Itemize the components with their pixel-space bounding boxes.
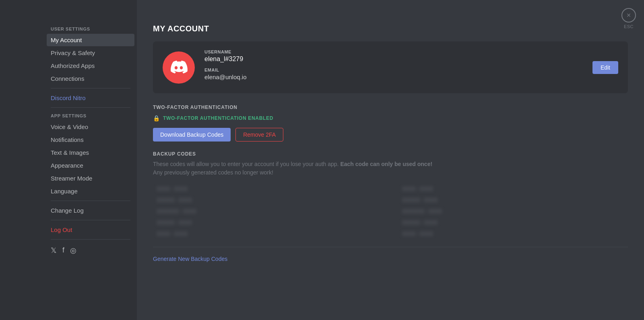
sidebar-item-text-images[interactable]: Text & Images (47, 146, 134, 159)
backup-code: xxxx-xxx (402, 196, 624, 203)
backup-code: xxxxx-xxx (402, 207, 624, 215)
backup-code: xxx-xxx (402, 230, 624, 237)
backup-code: xxxx-xxx (402, 219, 624, 226)
backup-code: xxxxx-xxx (157, 207, 378, 215)
backup-desc-bold: Each code can only be used once! (340, 161, 432, 167)
account-card: Username elena_l#3279 Email elena@unloq.… (153, 41, 628, 93)
sidebar-item-discord-nitro[interactable]: Discord Nitro (47, 92, 134, 104)
twitter-icon[interactable]: 𝕏 (51, 246, 57, 255)
download-backup-codes-button[interactable]: Download Backup Codes (153, 128, 231, 142)
backup-code: xxxx-xxx (157, 196, 378, 203)
generate-new-codes-link[interactable]: Generate New Backup Codes (153, 256, 227, 262)
edit-button[interactable]: Edit (592, 61, 618, 74)
email-value: elena@unloq.io (204, 74, 592, 80)
social-links: 𝕏 f ◎ (47, 243, 134, 258)
avatar (163, 51, 195, 84)
sidebar-item-language[interactable]: Language (47, 185, 134, 197)
divider-3 (51, 201, 130, 201)
sidebar-item-change-log[interactable]: Change Log (47, 204, 134, 217)
sidebar-item-connections[interactable]: Connections (47, 72, 134, 85)
close-label: ESC (624, 24, 634, 29)
divider-4 (51, 220, 130, 220)
sidebar-item-privacy-safety[interactable]: Privacy & Safety (47, 47, 134, 59)
backup-divider (153, 247, 628, 247)
tfa-section-title: Two-Factor Authentication (153, 105, 628, 110)
backup-desc-text: These codes will allow you to enter your… (153, 161, 339, 167)
backup-code: xxxx-xxx (157, 219, 378, 226)
sidebar: User Settings My Account Privacy & Safet… (0, 0, 137, 320)
username-label: Username (204, 49, 592, 54)
sidebar-item-appearance[interactable]: Appearance (47, 159, 134, 172)
user-settings-label: User Settings (47, 24, 134, 33)
close-button-wrap: × ESC (621, 8, 636, 29)
main-content: My Account Username elena_l#3279 Email e… (137, 0, 644, 320)
divider-5 (51, 239, 130, 240)
backup-code: xxx-xxx (157, 230, 378, 237)
backup-code: xxx-xxx (157, 185, 378, 192)
tfa-enabled-row: 🔒 Two-Factor Authentication Enabled (153, 115, 628, 121)
close-icon: × (627, 11, 631, 20)
backup-codes-section-title: Backup Codes (153, 151, 628, 157)
remove-2fa-button[interactable]: Remove 2FA (235, 128, 283, 142)
sidebar-item-voice-video[interactable]: Voice & Video (47, 121, 134, 133)
close-button[interactable]: × (621, 8, 636, 23)
backup-desc-end: Any previously generated codes no longer… (153, 169, 273, 176)
instagram-icon[interactable]: ◎ (70, 246, 76, 255)
facebook-icon[interactable]: f (62, 246, 64, 255)
settings-overlay: User Settings My Account Privacy & Safet… (0, 0, 644, 320)
username-value: elena_l#3279 (204, 55, 592, 63)
app-settings-label: App Settings (47, 111, 134, 120)
tfa-buttons: Download Backup Codes Remove 2FA (153, 128, 628, 142)
backup-code: xxx-xxx (402, 185, 624, 192)
sidebar-item-notifications[interactable]: Notifications (47, 133, 134, 146)
account-info: Username elena_l#3279 Email elena@unloq.… (204, 49, 592, 85)
discord-logo-icon (169, 57, 189, 78)
sidebar-item-authorized-apps[interactable]: Authorized Apps (47, 59, 134, 72)
sidebar-item-log-out[interactable]: Log Out (47, 224, 134, 236)
backup-codes-grid: xxx-xxxxxx-xxxxxxx-xxxxxxx-xxxxxxxx-xxxx… (153, 185, 628, 237)
sidebar-item-streamer-mode[interactable]: Streamer Mode (47, 172, 134, 185)
email-label: Email (204, 68, 592, 72)
divider-1 (51, 88, 130, 88)
divider-2 (51, 107, 130, 108)
sidebar-item-my-account[interactable]: My Account (47, 34, 134, 46)
lock-icon: 🔒 (153, 115, 160, 121)
tfa-enabled-text: Two-Factor Authentication Enabled (163, 115, 273, 121)
backup-description: These codes will allow you to enter your… (153, 160, 628, 177)
page-title: My Account (153, 24, 628, 33)
